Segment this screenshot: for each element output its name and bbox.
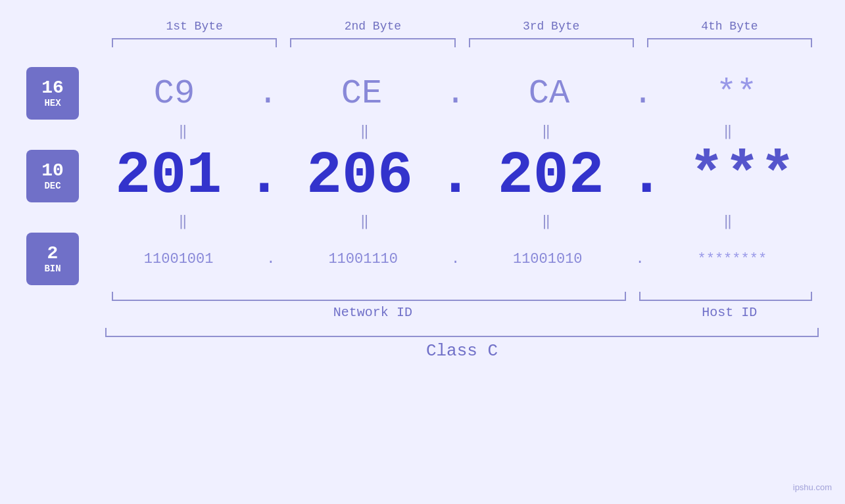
hex-row: 16 HEX C9 . CE . CA . **: [26, 67, 819, 120]
hex-dot3: .: [633, 74, 653, 113]
hex-dot2: .: [445, 74, 466, 113]
dec-row: 10 DEC 201 . 206 . 202 . ***: [26, 143, 819, 210]
equals-row-2: ‖ ‖ ‖ ‖: [26, 212, 819, 230]
class-bracket: [105, 328, 819, 337]
main-container: 1st Byte 2nd Byte 3rd Byte 4th Byte 16 H…: [0, 0, 845, 504]
class-section: Class C: [26, 328, 819, 361]
eq5: ‖: [92, 212, 274, 230]
hex-dot1: .: [258, 74, 278, 113]
dec-dot1: .: [247, 143, 282, 210]
bin-badge: 2 BIN: [26, 233, 79, 285]
dec-badge: 10 DEC: [26, 150, 79, 202]
eq4: ‖: [637, 122, 819, 140]
network-bracket: [112, 292, 626, 301]
hex-byte1: C9: [92, 74, 256, 113]
hex-badge: 16 HEX: [26, 67, 79, 120]
dec-values: 201 . 206 . 202 . ***: [92, 143, 819, 210]
bin-row: 2 BIN 11001001 . 11001110 . 11001010 . *…: [26, 233, 819, 285]
bin-dot3: .: [635, 251, 644, 267]
hex-byte4: **: [654, 74, 819, 113]
dec-byte1: 201: [92, 143, 245, 210]
bottom-labels: Network ID Host ID: [105, 305, 819, 320]
hex-byte3: CA: [467, 74, 631, 113]
hex-badge-label: HEX: [44, 99, 60, 108]
watermark: ipshu.com: [793, 482, 832, 492]
dec-badge-number: 10: [41, 162, 64, 180]
bin-badge-label: BIN: [44, 264, 60, 273]
class-label: Class C: [105, 341, 819, 361]
bottom-section: Network ID Host ID: [26, 292, 819, 320]
bin-badge-number: 2: [47, 244, 59, 263]
dec-dot2: .: [437, 143, 473, 210]
bracket-2: [290, 38, 455, 47]
bracket-4: [647, 38, 812, 47]
hex-values: C9 . CE . CA . **: [92, 74, 819, 113]
dec-byte2: 206: [283, 143, 437, 210]
bin-byte4: ********: [646, 251, 819, 267]
byte3-header: 3rd Byte: [462, 20, 640, 33]
eq6: ‖: [274, 212, 455, 230]
hex-byte2: CE: [279, 74, 444, 113]
dec-dot3: .: [629, 143, 664, 210]
eq1: ‖: [92, 122, 274, 140]
bottom-brackets: [105, 292, 819, 301]
eq2: ‖: [274, 122, 455, 140]
byte2-header: 2nd Byte: [283, 20, 462, 33]
network-id-label: Network ID: [105, 305, 640, 320]
bin-byte3: 11001010: [461, 251, 634, 267]
equals-row-1: ‖ ‖ ‖ ‖: [26, 122, 819, 140]
bracket-1: [112, 38, 277, 47]
eq8: ‖: [637, 212, 819, 230]
dec-byte4: ***: [665, 143, 819, 210]
bin-byte2: 11001110: [277, 251, 450, 267]
eq7: ‖: [456, 212, 637, 230]
bin-values: 11001001 . 11001110 . 11001010 . *******…: [92, 251, 819, 267]
top-brackets: [26, 38, 819, 47]
bin-dot2: .: [451, 251, 460, 267]
byte1-header: 1st Byte: [105, 20, 283, 33]
dec-badge-label: DEC: [44, 181, 60, 191]
byte4-header: 4th Byte: [640, 20, 819, 33]
bracket-3: [469, 38, 634, 47]
hex-badge-number: 16: [41, 79, 64, 97]
byte-headers: 1st Byte 2nd Byte 3rd Byte 4th Byte: [26, 20, 819, 33]
host-bracket: [639, 292, 812, 301]
host-id-label: Host ID: [640, 305, 819, 320]
bin-byte1: 11001001: [92, 251, 265, 267]
eq3: ‖: [456, 122, 637, 140]
bin-dot1: .: [266, 251, 275, 267]
dec-byte3: 202: [475, 143, 628, 210]
